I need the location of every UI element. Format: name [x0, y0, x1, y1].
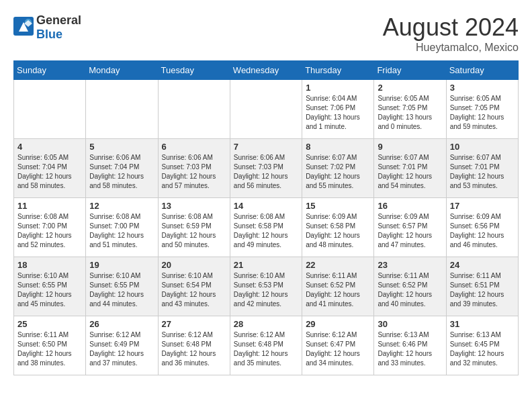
day-number: 24	[450, 260, 515, 270]
calendar-cell: 15Sunrise: 6:09 AMSunset: 6:58 PMDayligh…	[302, 198, 374, 257]
calendar-cell: 25Sunrise: 6:11 AMSunset: 6:50 PMDayligh…	[14, 316, 86, 375]
day-info: Sunrise: 6:06 AMSunset: 7:04 PMDaylight:…	[89, 153, 154, 191]
day-number: 9	[378, 142, 442, 152]
day-number: 28	[234, 319, 298, 329]
calendar-week-3: 18Sunrise: 6:10 AMSunset: 6:55 PMDayligh…	[14, 257, 519, 316]
day-header-wednesday: Wednesday	[230, 61, 302, 80]
month-year: August 2024	[383, 13, 519, 42]
calendar-body: 1Sunrise: 6:04 AMSunset: 7:06 PMDaylight…	[14, 80, 519, 375]
days-header-row: SundayMondayTuesdayWednesdayThursdayFrid…	[14, 61, 519, 80]
day-number: 1	[306, 83, 370, 93]
day-header-tuesday: Tuesday	[158, 61, 230, 80]
day-info: Sunrise: 6:08 AMSunset: 7:00 PMDaylight:…	[89, 212, 154, 250]
day-number: 8	[306, 142, 370, 152]
day-number: 29	[306, 319, 370, 329]
day-number: 27	[162, 319, 226, 329]
day-info: Sunrise: 6:08 AMSunset: 7:00 PMDaylight:…	[17, 212, 82, 250]
day-info: Sunrise: 6:09 AMSunset: 6:57 PMDaylight:…	[378, 212, 442, 250]
calendar-cell: 11Sunrise: 6:08 AMSunset: 7:00 PMDayligh…	[14, 198, 86, 257]
calendar-cell: 30Sunrise: 6:13 AMSunset: 6:46 PMDayligh…	[374, 316, 446, 375]
day-header-monday: Monday	[86, 61, 158, 80]
day-info: Sunrise: 6:10 AMSunset: 6:53 PMDaylight:…	[234, 271, 298, 309]
day-info: Sunrise: 6:05 AMSunset: 7:05 PMDaylight:…	[450, 94, 515, 132]
day-number: 12	[89, 201, 154, 211]
day-number: 25	[17, 319, 82, 329]
calendar-cell: 31Sunrise: 6:13 AMSunset: 6:45 PMDayligh…	[446, 316, 518, 375]
day-info: Sunrise: 6:11 AMSunset: 6:52 PMDaylight:…	[306, 271, 370, 309]
day-info: Sunrise: 6:09 AMSunset: 6:58 PMDaylight:…	[306, 212, 370, 250]
calendar-cell	[230, 80, 302, 139]
calendar-cell: 19Sunrise: 6:10 AMSunset: 6:55 PMDayligh…	[86, 257, 158, 316]
day-number: 20	[162, 260, 226, 270]
day-info: Sunrise: 6:06 AMSunset: 7:03 PMDaylight:…	[234, 153, 298, 191]
day-header-thursday: Thursday	[302, 61, 374, 80]
calendar-cell: 8Sunrise: 6:07 AMSunset: 7:02 PMDaylight…	[302, 139, 374, 198]
day-info: Sunrise: 6:06 AMSunset: 7:03 PMDaylight:…	[162, 153, 226, 191]
calendar-cell: 24Sunrise: 6:11 AMSunset: 6:51 PMDayligh…	[446, 257, 518, 316]
calendar-cell: 3Sunrise: 6:05 AMSunset: 7:05 PMDaylight…	[446, 80, 518, 139]
day-number: 26	[89, 319, 154, 329]
location: Hueytamalco, Mexico	[383, 42, 519, 54]
day-info: Sunrise: 6:10 AMSunset: 6:54 PMDaylight:…	[162, 271, 226, 309]
day-info: Sunrise: 6:08 AMSunset: 6:59 PMDaylight:…	[162, 212, 226, 250]
day-info: Sunrise: 6:11 AMSunset: 6:52 PMDaylight:…	[378, 271, 442, 309]
day-info: Sunrise: 6:12 AMSunset: 6:48 PMDaylight:…	[162, 330, 226, 368]
day-info: Sunrise: 6:10 AMSunset: 6:55 PMDaylight:…	[17, 271, 82, 309]
day-number: 18	[17, 260, 82, 270]
calendar-cell: 27Sunrise: 6:12 AMSunset: 6:48 PMDayligh…	[158, 316, 230, 375]
logo-icon	[13, 17, 34, 38]
calendar-cell: 5Sunrise: 6:06 AMSunset: 7:04 PMDaylight…	[86, 139, 158, 198]
day-info: Sunrise: 6:12 AMSunset: 6:49 PMDaylight:…	[89, 330, 154, 368]
calendar-cell: 7Sunrise: 6:06 AMSunset: 7:03 PMDaylight…	[230, 139, 302, 198]
day-number: 4	[17, 142, 82, 152]
calendar-cell: 1Sunrise: 6:04 AMSunset: 7:06 PMDaylight…	[302, 80, 374, 139]
day-number: 2	[378, 83, 442, 93]
calendar-week-4: 25Sunrise: 6:11 AMSunset: 6:50 PMDayligh…	[14, 316, 519, 375]
logo: General Blue	[13, 13, 81, 42]
day-number: 16	[378, 201, 442, 211]
day-info: Sunrise: 6:12 AMSunset: 6:48 PMDaylight:…	[234, 330, 298, 368]
day-header-friday: Friday	[374, 61, 446, 80]
calendar-cell: 26Sunrise: 6:12 AMSunset: 6:49 PMDayligh…	[86, 316, 158, 375]
day-number: 3	[450, 83, 515, 93]
day-info: Sunrise: 6:05 AMSunset: 7:04 PMDaylight:…	[17, 153, 82, 191]
day-info: Sunrise: 6:09 AMSunset: 6:56 PMDaylight:…	[450, 212, 515, 250]
day-info: Sunrise: 6:08 AMSunset: 6:58 PMDaylight:…	[234, 212, 298, 250]
calendar-cell: 10Sunrise: 6:07 AMSunset: 7:01 PMDayligh…	[446, 139, 518, 198]
day-number: 6	[162, 142, 226, 152]
day-number: 14	[234, 201, 298, 211]
day-info: Sunrise: 6:07 AMSunset: 7:01 PMDaylight:…	[378, 153, 442, 191]
day-number: 10	[450, 142, 515, 152]
calendar-week-0: 1Sunrise: 6:04 AMSunset: 7:06 PMDaylight…	[14, 80, 519, 139]
day-info: Sunrise: 6:04 AMSunset: 7:06 PMDaylight:…	[306, 94, 370, 132]
day-info: Sunrise: 6:07 AMSunset: 7:02 PMDaylight:…	[306, 153, 370, 191]
day-number: 7	[234, 142, 298, 152]
calendar-cell	[158, 80, 230, 139]
calendar-cell: 18Sunrise: 6:10 AMSunset: 6:55 PMDayligh…	[14, 257, 86, 316]
calendar-cell: 17Sunrise: 6:09 AMSunset: 6:56 PMDayligh…	[446, 198, 518, 257]
day-info: Sunrise: 6:13 AMSunset: 6:46 PMDaylight:…	[378, 330, 442, 368]
day-number: 5	[89, 142, 154, 152]
calendar-cell: 28Sunrise: 6:12 AMSunset: 6:48 PMDayligh…	[230, 316, 302, 375]
title-area: August 2024 Hueytamalco, Mexico	[383, 13, 519, 54]
calendar-cell: 13Sunrise: 6:08 AMSunset: 6:59 PMDayligh…	[158, 198, 230, 257]
day-number: 11	[17, 201, 82, 211]
header: General Blue August 2024 Hueytamalco, Me…	[13, 13, 519, 54]
day-info: Sunrise: 6:05 AMSunset: 7:05 PMDaylight:…	[378, 94, 442, 132]
day-info: Sunrise: 6:13 AMSunset: 6:45 PMDaylight:…	[450, 330, 515, 368]
calendar-cell: 12Sunrise: 6:08 AMSunset: 7:00 PMDayligh…	[86, 198, 158, 257]
calendar-cell: 23Sunrise: 6:11 AMSunset: 6:52 PMDayligh…	[374, 257, 446, 316]
logo-general: General	[36, 13, 81, 27]
calendar-cell: 14Sunrise: 6:08 AMSunset: 6:58 PMDayligh…	[230, 198, 302, 257]
day-number: 15	[306, 201, 370, 211]
day-number: 22	[306, 260, 370, 270]
day-header-sunday: Sunday	[14, 61, 86, 80]
logo-blue: Blue	[36, 28, 62, 41]
day-number: 13	[162, 201, 226, 211]
calendar-cell: 22Sunrise: 6:11 AMSunset: 6:52 PMDayligh…	[302, 257, 374, 316]
day-header-saturday: Saturday	[446, 61, 518, 80]
calendar-cell: 21Sunrise: 6:10 AMSunset: 6:53 PMDayligh…	[230, 257, 302, 316]
calendar: SundayMondayTuesdayWednesdayThursdayFrid…	[13, 60, 519, 375]
day-number: 21	[234, 260, 298, 270]
day-number: 17	[450, 201, 515, 211]
